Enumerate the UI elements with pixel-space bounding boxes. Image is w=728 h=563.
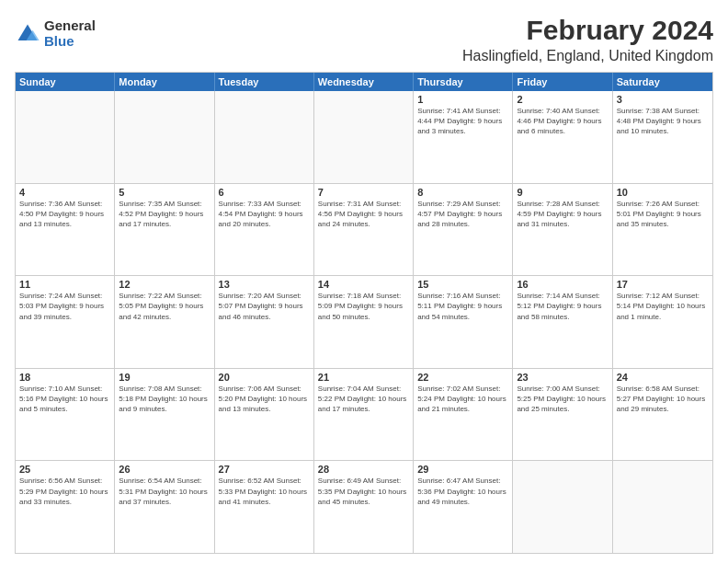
- day-number: 18: [19, 372, 110, 383]
- day-number: 23: [517, 372, 608, 383]
- cell-info: Sunrise: 7:06 AM Sunset: 5:20 PM Dayligh…: [219, 384, 310, 415]
- calendar-header-cell: Wednesday: [314, 73, 414, 91]
- cell-info: Sunrise: 6:52 AM Sunset: 5:33 PM Dayligh…: [219, 476, 310, 507]
- calendar-header-cell: Monday: [115, 73, 214, 91]
- cell-info: Sunrise: 6:47 AM Sunset: 5:36 PM Dayligh…: [417, 476, 508, 507]
- day-number: 20: [219, 372, 310, 383]
- calendar-row: 1Sunrise: 7:41 AM Sunset: 4:44 PM Daylig…: [16, 91, 712, 184]
- calendar-header-cell: Thursday: [414, 73, 513, 91]
- day-number: 15: [417, 279, 508, 290]
- calendar-cell: 2Sunrise: 7:40 AM Sunset: 4:46 PM Daylig…: [513, 91, 612, 183]
- cell-info: Sunrise: 7:26 AM Sunset: 5:01 PM Dayligh…: [617, 199, 709, 230]
- calendar-row: 4Sunrise: 7:36 AM Sunset: 4:50 PM Daylig…: [16, 184, 712, 277]
- calendar-cell: 22Sunrise: 7:02 AM Sunset: 5:24 PM Dayli…: [414, 369, 513, 461]
- cell-info: Sunrise: 6:54 AM Sunset: 5:31 PM Dayligh…: [119, 476, 210, 507]
- day-number: 9: [517, 187, 608, 198]
- calendar-cell: [215, 91, 314, 183]
- logo-general: General: [44, 18, 96, 34]
- cell-info: Sunrise: 7:14 AM Sunset: 5:12 PM Dayligh…: [517, 291, 608, 322]
- cell-info: Sunrise: 7:02 AM Sunset: 5:24 PM Dayligh…: [417, 384, 508, 415]
- day-number: 6: [219, 187, 310, 198]
- calendar-cell: 12Sunrise: 7:22 AM Sunset: 5:05 PM Dayli…: [115, 276, 214, 368]
- cell-info: Sunrise: 6:58 AM Sunset: 5:27 PM Dayligh…: [617, 384, 709, 415]
- calendar: SundayMondayTuesdayWednesdayThursdayFrid…: [15, 72, 713, 554]
- cell-info: Sunrise: 7:20 AM Sunset: 5:07 PM Dayligh…: [219, 291, 310, 322]
- calendar-cell: 23Sunrise: 7:00 AM Sunset: 5:25 PM Dayli…: [513, 369, 612, 461]
- calendar-header: SundayMondayTuesdayWednesdayThursdayFrid…: [16, 73, 712, 91]
- day-number: 4: [19, 187, 110, 198]
- day-number: 21: [318, 372, 409, 383]
- day-number: 13: [219, 279, 310, 290]
- cell-info: Sunrise: 6:49 AM Sunset: 5:35 PM Dayligh…: [318, 476, 409, 507]
- day-number: 29: [417, 464, 508, 475]
- cell-info: Sunrise: 7:40 AM Sunset: 4:46 PM Dayligh…: [517, 106, 608, 137]
- calendar-cell: 19Sunrise: 7:08 AM Sunset: 5:18 PM Dayli…: [115, 369, 214, 461]
- day-number: 5: [119, 187, 210, 198]
- cell-info: Sunrise: 7:31 AM Sunset: 4:56 PM Dayligh…: [318, 199, 409, 230]
- calendar-row: 18Sunrise: 7:10 AM Sunset: 5:16 PM Dayli…: [16, 369, 712, 462]
- day-number: 26: [119, 464, 210, 475]
- calendar-cell: 21Sunrise: 7:04 AM Sunset: 5:22 PM Dayli…: [314, 369, 414, 461]
- day-number: 14: [318, 279, 409, 290]
- header: General Blue February 2024 Haslingfield,…: [15, 15, 713, 64]
- calendar-cell: [513, 461, 612, 553]
- calendar-header-cell: Sunday: [16, 73, 115, 91]
- day-number: 25: [19, 464, 110, 475]
- calendar-body: 1Sunrise: 7:41 AM Sunset: 4:44 PM Daylig…: [16, 91, 712, 553]
- cell-info: Sunrise: 7:24 AM Sunset: 5:03 PM Dayligh…: [19, 291, 110, 322]
- logo-text: General Blue: [44, 18, 96, 49]
- calendar-cell: [613, 461, 712, 553]
- logo-icon: [15, 21, 40, 47]
- day-number: 19: [119, 372, 210, 383]
- logo-blue: Blue: [44, 34, 96, 50]
- cell-info: Sunrise: 7:18 AM Sunset: 5:09 PM Dayligh…: [318, 291, 409, 322]
- calendar-header-cell: Saturday: [613, 73, 712, 91]
- title-block: February 2024 Haslingfield, England, Uni…: [462, 15, 713, 64]
- day-number: 10: [617, 187, 709, 198]
- calendar-cell: 17Sunrise: 7:12 AM Sunset: 5:14 PM Dayli…: [613, 276, 712, 368]
- calendar-cell: 27Sunrise: 6:52 AM Sunset: 5:33 PM Dayli…: [215, 461, 314, 553]
- day-number: 12: [119, 279, 210, 290]
- calendar-cell: 16Sunrise: 7:14 AM Sunset: 5:12 PM Dayli…: [513, 276, 612, 368]
- calendar-cell: 14Sunrise: 7:18 AM Sunset: 5:09 PM Dayli…: [314, 276, 414, 368]
- calendar-cell: 3Sunrise: 7:38 AM Sunset: 4:48 PM Daylig…: [613, 91, 712, 183]
- subtitle: Haslingfield, England, United Kingdom: [462, 48, 713, 64]
- calendar-cell: 6Sunrise: 7:33 AM Sunset: 4:54 PM Daylig…: [215, 184, 314, 276]
- calendar-cell: 25Sunrise: 6:56 AM Sunset: 5:29 PM Dayli…: [16, 461, 115, 553]
- calendar-cell: 15Sunrise: 7:16 AM Sunset: 5:11 PM Dayli…: [414, 276, 513, 368]
- day-number: 27: [219, 464, 310, 475]
- calendar-header-cell: Friday: [513, 73, 612, 91]
- cell-info: Sunrise: 6:56 AM Sunset: 5:29 PM Dayligh…: [19, 476, 110, 507]
- cell-info: Sunrise: 7:22 AM Sunset: 5:05 PM Dayligh…: [119, 291, 210, 322]
- cell-info: Sunrise: 7:08 AM Sunset: 5:18 PM Dayligh…: [119, 384, 210, 415]
- calendar-cell: 8Sunrise: 7:29 AM Sunset: 4:57 PM Daylig…: [414, 184, 513, 276]
- calendar-cell: 9Sunrise: 7:28 AM Sunset: 4:59 PM Daylig…: [513, 184, 612, 276]
- calendar-cell: 18Sunrise: 7:10 AM Sunset: 5:16 PM Dayli…: [16, 369, 115, 461]
- calendar-cell: 5Sunrise: 7:35 AM Sunset: 4:52 PM Daylig…: [115, 184, 214, 276]
- day-number: 3: [617, 94, 709, 105]
- calendar-cell: 13Sunrise: 7:20 AM Sunset: 5:07 PM Dayli…: [215, 276, 314, 368]
- cell-info: Sunrise: 7:41 AM Sunset: 4:44 PM Dayligh…: [417, 106, 508, 137]
- calendar-cell: 10Sunrise: 7:26 AM Sunset: 5:01 PM Dayli…: [613, 184, 712, 276]
- calendar-cell: [314, 91, 414, 183]
- cell-info: Sunrise: 7:12 AM Sunset: 5:14 PM Dayligh…: [617, 291, 709, 322]
- calendar-cell: [16, 91, 115, 183]
- cell-info: Sunrise: 7:29 AM Sunset: 4:57 PM Dayligh…: [417, 199, 508, 230]
- cell-info: Sunrise: 7:33 AM Sunset: 4:54 PM Dayligh…: [219, 199, 310, 230]
- cell-info: Sunrise: 7:28 AM Sunset: 4:59 PM Dayligh…: [517, 199, 608, 230]
- day-number: 28: [318, 464, 409, 475]
- day-number: 7: [318, 187, 409, 198]
- day-number: 8: [417, 187, 508, 198]
- page: General Blue February 2024 Haslingfield,…: [0, 0, 728, 563]
- day-number: 11: [19, 279, 110, 290]
- cell-info: Sunrise: 7:36 AM Sunset: 4:50 PM Dayligh…: [19, 199, 110, 230]
- cell-info: Sunrise: 7:38 AM Sunset: 4:48 PM Dayligh…: [617, 106, 709, 137]
- calendar-cell: 4Sunrise: 7:36 AM Sunset: 4:50 PM Daylig…: [16, 184, 115, 276]
- calendar-cell: 11Sunrise: 7:24 AM Sunset: 5:03 PM Dayli…: [16, 276, 115, 368]
- day-number: 17: [617, 279, 709, 290]
- calendar-cell: 29Sunrise: 6:47 AM Sunset: 5:36 PM Dayli…: [414, 461, 513, 553]
- calendar-cell: 7Sunrise: 7:31 AM Sunset: 4:56 PM Daylig…: [314, 184, 414, 276]
- calendar-header-cell: Tuesday: [215, 73, 314, 91]
- calendar-cell: [115, 91, 214, 183]
- calendar-cell: 1Sunrise: 7:41 AM Sunset: 4:44 PM Daylig…: [414, 91, 513, 183]
